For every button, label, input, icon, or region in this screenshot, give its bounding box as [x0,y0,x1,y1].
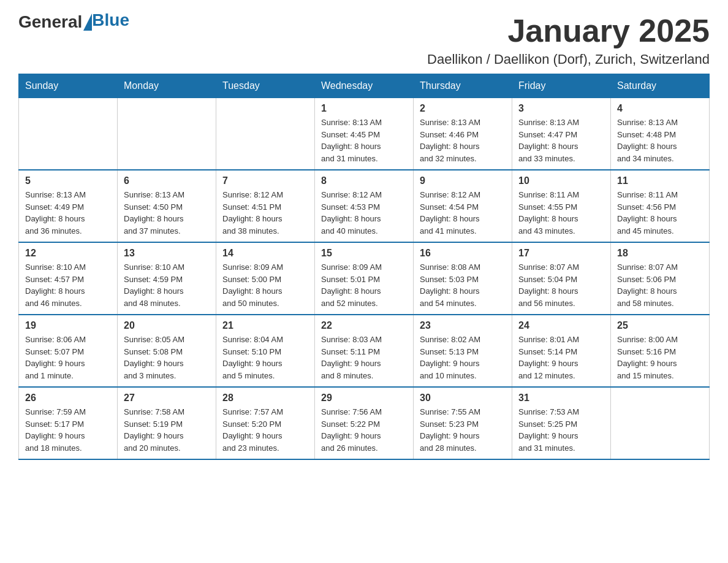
day-info-17: Sunrise: 8:07 AM Sunset: 5:04 PM Dayligh… [518,261,604,309]
calendar-body: 1Sunrise: 8:13 AM Sunset: 4:45 PM Daylig… [19,98,710,460]
day-info-19: Sunrise: 8:06 AM Sunset: 5:07 PM Dayligh… [25,334,111,381]
day-cell-20: 20Sunrise: 8:05 AM Sunset: 5:08 PM Dayli… [118,315,216,387]
logo-general-text: General [18,12,82,32]
day-info-1: Sunrise: 8:13 AM Sunset: 4:45 PM Dayligh… [321,117,407,164]
day-number-17: 17 [518,248,604,259]
day-number-15: 15 [321,248,407,259]
day-info-10: Sunrise: 8:11 AM Sunset: 4:55 PM Dayligh… [518,189,604,237]
day-info-18: Sunrise: 8:07 AM Sunset: 5:06 PM Dayligh… [617,261,703,309]
day-info-11: Sunrise: 8:11 AM Sunset: 4:56 PM Dayligh… [617,189,703,237]
day-cell-17: 17Sunrise: 8:07 AM Sunset: 5:04 PM Dayli… [512,242,611,315]
day-number-27: 27 [124,393,210,404]
day-info-26: Sunrise: 7:59 AM Sunset: 5:17 PM Dayligh… [25,406,111,454]
logo: General Blue [18,12,129,32]
header: General Blue January 2025 Daellikon / Da… [18,12,710,67]
header-saturday: Saturday [611,74,710,98]
day-info-20: Sunrise: 8:05 AM Sunset: 5:08 PM Dayligh… [124,334,210,381]
day-cell-31: 31Sunrise: 7:53 AM Sunset: 5:25 PM Dayli… [512,387,611,459]
logo-blue-text: Blue [92,10,129,30]
day-cell-28: 28Sunrise: 7:57 AM Sunset: 5:20 PM Dayli… [216,387,315,459]
day-cell-7: 7Sunrise: 8:12 AM Sunset: 4:51 PM Daylig… [216,170,315,242]
day-number-6: 6 [124,175,210,186]
day-cell-27: 27Sunrise: 7:58 AM Sunset: 5:19 PM Dayli… [118,387,216,459]
day-info-4: Sunrise: 8:13 AM Sunset: 4:48 PM Dayligh… [617,117,703,164]
day-cell-5: 5Sunrise: 8:13 AM Sunset: 4:49 PM Daylig… [19,170,118,242]
empty-cell [216,98,315,170]
day-number-14: 14 [222,248,308,259]
day-cell-30: 30Sunrise: 7:55 AM Sunset: 5:23 PM Dayli… [414,387,512,459]
day-cell-25: 25Sunrise: 8:00 AM Sunset: 5:16 PM Dayli… [611,315,710,387]
day-cell-16: 16Sunrise: 8:08 AM Sunset: 5:03 PM Dayli… [414,242,512,315]
title-area: January 2025 Daellikon / Daellikon (Dorf… [427,12,710,67]
day-number-4: 4 [617,103,703,114]
day-cell-2: 2Sunrise: 8:13 AM Sunset: 4:46 PM Daylig… [414,98,512,170]
day-info-30: Sunrise: 7:55 AM Sunset: 5:23 PM Dayligh… [420,406,506,454]
day-number-26: 26 [25,393,111,404]
day-info-23: Sunrise: 8:02 AM Sunset: 5:13 PM Dayligh… [420,334,506,381]
day-cell-6: 6Sunrise: 8:13 AM Sunset: 4:50 PM Daylig… [118,170,216,242]
header-monday: Monday [118,74,216,98]
day-cell-8: 8Sunrise: 8:12 AM Sunset: 4:53 PM Daylig… [315,170,414,242]
day-cell-12: 12Sunrise: 8:10 AM Sunset: 4:57 PM Dayli… [19,242,118,315]
day-number-3: 3 [518,103,604,114]
day-number-5: 5 [25,175,111,186]
header-sunday: Sunday [19,74,118,98]
day-cell-21: 21Sunrise: 8:04 AM Sunset: 5:10 PM Dayli… [216,315,315,387]
day-number-21: 21 [222,320,308,331]
day-number-2: 2 [420,103,506,114]
day-number-29: 29 [321,393,407,404]
calendar-table: SundayMondayTuesdayWednesdayThursdayFrid… [18,74,710,460]
day-info-6: Sunrise: 8:13 AM Sunset: 4:50 PM Dayligh… [124,189,210,237]
day-number-28: 28 [222,393,308,404]
day-cell-23: 23Sunrise: 8:02 AM Sunset: 5:13 PM Dayli… [414,315,512,387]
day-number-18: 18 [617,248,703,259]
header-friday: Friday [512,74,611,98]
day-cell-29: 29Sunrise: 7:56 AM Sunset: 5:22 PM Dayli… [315,387,414,459]
location-title: Daellikon / Daellikon (Dorf), Zurich, Sw… [427,52,710,67]
header-wednesday: Wednesday [315,74,414,98]
header-row: SundayMondayTuesdayWednesdayThursdayFrid… [19,74,710,98]
day-info-28: Sunrise: 7:57 AM Sunset: 5:20 PM Dayligh… [222,406,308,454]
week-row-4: 19Sunrise: 8:06 AM Sunset: 5:07 PM Dayli… [19,315,710,387]
month-title: January 2025 [427,12,710,49]
day-number-30: 30 [420,393,506,404]
day-info-27: Sunrise: 7:58 AM Sunset: 5:19 PM Dayligh… [124,406,210,454]
day-number-7: 7 [222,175,308,186]
day-number-19: 19 [25,320,111,331]
day-info-2: Sunrise: 8:13 AM Sunset: 4:46 PM Dayligh… [420,117,506,164]
header-tuesday: Tuesday [216,74,315,98]
week-row-2: 5Sunrise: 8:13 AM Sunset: 4:49 PM Daylig… [19,170,710,242]
day-info-22: Sunrise: 8:03 AM Sunset: 5:11 PM Dayligh… [321,334,407,381]
day-info-3: Sunrise: 8:13 AM Sunset: 4:47 PM Dayligh… [518,117,604,164]
day-info-8: Sunrise: 8:12 AM Sunset: 4:53 PM Dayligh… [321,189,407,237]
header-thursday: Thursday [414,74,512,98]
day-cell-10: 10Sunrise: 8:11 AM Sunset: 4:55 PM Dayli… [512,170,611,242]
day-cell-9: 9Sunrise: 8:12 AM Sunset: 4:54 PM Daylig… [414,170,512,242]
day-info-13: Sunrise: 8:10 AM Sunset: 4:59 PM Dayligh… [124,261,210,309]
day-number-12: 12 [25,248,111,259]
day-number-31: 31 [518,393,604,404]
day-cell-18: 18Sunrise: 8:07 AM Sunset: 5:06 PM Dayli… [611,242,710,315]
day-info-7: Sunrise: 8:12 AM Sunset: 4:51 PM Dayligh… [222,189,308,237]
day-number-13: 13 [124,248,210,259]
day-cell-13: 13Sunrise: 8:10 AM Sunset: 4:59 PM Dayli… [118,242,216,315]
day-number-20: 20 [124,320,210,331]
day-cell-14: 14Sunrise: 8:09 AM Sunset: 5:00 PM Dayli… [216,242,315,315]
day-info-29: Sunrise: 7:56 AM Sunset: 5:22 PM Dayligh… [321,406,407,454]
day-info-25: Sunrise: 8:00 AM Sunset: 5:16 PM Dayligh… [617,334,703,381]
day-info-15: Sunrise: 8:09 AM Sunset: 5:01 PM Dayligh… [321,261,407,309]
empty-cell [611,387,710,459]
week-row-1: 1Sunrise: 8:13 AM Sunset: 4:45 PM Daylig… [19,98,710,170]
day-cell-26: 26Sunrise: 7:59 AM Sunset: 5:17 PM Dayli… [19,387,118,459]
day-number-1: 1 [321,103,407,114]
day-cell-24: 24Sunrise: 8:01 AM Sunset: 5:14 PM Dayli… [512,315,611,387]
day-number-22: 22 [321,320,407,331]
day-number-16: 16 [420,248,506,259]
empty-cell [118,98,216,170]
day-number-23: 23 [420,320,506,331]
day-number-10: 10 [518,175,604,186]
day-cell-15: 15Sunrise: 8:09 AM Sunset: 5:01 PM Dayli… [315,242,414,315]
day-cell-4: 4Sunrise: 8:13 AM Sunset: 4:48 PM Daylig… [611,98,710,170]
day-number-11: 11 [617,175,703,186]
week-row-3: 12Sunrise: 8:10 AM Sunset: 4:57 PM Dayli… [19,242,710,315]
